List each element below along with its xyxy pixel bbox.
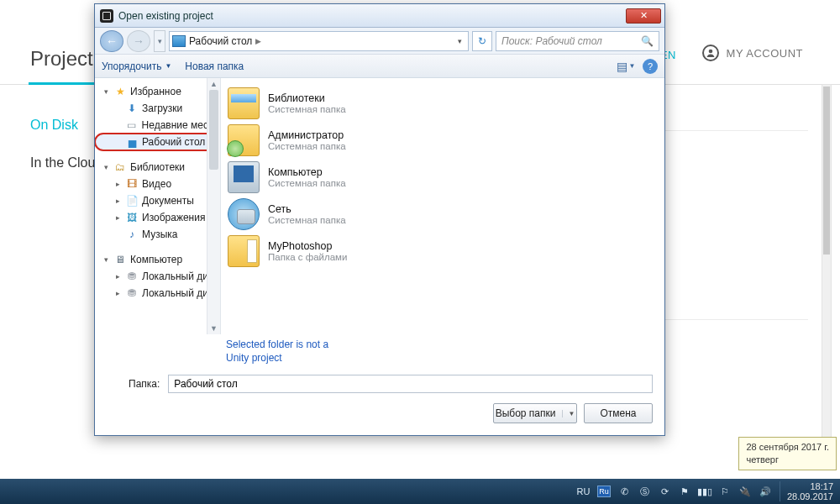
dialog-titlebar[interactable]: Open existing project ✕ — [95, 4, 664, 28]
file-name: Компьютер — [268, 166, 346, 178]
tree-images[interactable]: ▸🖼Изображения — [95, 209, 220, 226]
folder-field-row: Папка: — [95, 370, 664, 396]
tree-label: Загрузки — [142, 102, 182, 114]
file-subtitle: Папка с файлами — [268, 252, 347, 262]
cancel-button[interactable]: Отмена — [584, 403, 653, 423]
file-item-network[interactable]: СетьСистемная папка — [224, 196, 661, 233]
keyboard-layout-icon[interactable]: Ru — [597, 486, 611, 497]
search-input[interactable]: Поиск: Рабочий стол 🔍 — [496, 31, 659, 51]
scrollbar-thumb[interactable] — [209, 90, 218, 170]
dialog-title: Open existing project — [118, 10, 213, 22]
viber-tray-icon[interactable]: ✆ — [618, 486, 631, 498]
tree-libraries[interactable]: ▾🗂Библиотеки — [95, 159, 220, 176]
tab-in-cloud[interactable]: In the Clou — [30, 155, 95, 171]
clock-time: 18:17 — [787, 481, 833, 491]
path-segment[interactable]: Рабочий стол — [189, 35, 252, 47]
chevron-right-icon[interactable]: ▶ — [255, 37, 261, 45]
nav-history-dropdown[interactable]: ▾ — [154, 30, 165, 52]
tree-desktop[interactable]: ▅Рабочий стол — [95, 134, 220, 150]
volume-tray-icon[interactable]: 🔊 — [759, 486, 772, 498]
file-item-administrator[interactable]: АдминистраторСистемная папка — [224, 122, 661, 159]
file-name: Библиотеки — [268, 92, 346, 104]
dialog-toolbar: Упорядочить ▼ Новая папка ▤▼ ? — [95, 55, 664, 78]
tree-documents[interactable]: ▸📄Документы — [95, 192, 220, 209]
tab-on-disk[interactable]: On Disk — [30, 118, 78, 133]
security-tray-icon[interactable]: ⚑ — [679, 486, 691, 498]
unity-active-tab-underline — [29, 82, 96, 85]
tree-label: Видео — [142, 178, 171, 190]
scroll-down-icon[interactable]: ▼ — [207, 323, 220, 334]
validation-message: Selected folder is not a Unity project — [95, 334, 664, 370]
action-center-icon[interactable]: ⚐ — [719, 486, 732, 498]
unity-my-account[interactable]: MY ACCOUNT — [702, 45, 803, 61]
file-name: Администратор — [268, 129, 346, 141]
view-options-button[interactable]: ▤▼ — [617, 58, 634, 75]
file-subtitle: Системная папка — [268, 104, 346, 114]
dialog-body: ▾★Избранное ⬇Загрузки ▭Недавние места ▅Р… — [95, 78, 664, 334]
organize-label: Упорядочить — [102, 60, 161, 72]
chevron-down-icon: ▼ — [562, 410, 575, 417]
search-icon: 🔍 — [641, 35, 654, 47]
warning-text: Selected folder is not a — [226, 339, 328, 350]
file-item-computer[interactable]: КомпьютерСистемная папка — [224, 159, 661, 196]
network-tray-icon[interactable]: ▮▮▯ — [699, 486, 711, 498]
folder-label: Папка: — [129, 378, 160, 390]
new-folder-button[interactable]: Новая папка — [185, 60, 244, 72]
power-tray-icon[interactable]: 🔌 — [739, 486, 752, 498]
desktop-icon — [172, 35, 186, 47]
tree-label: Избранное — [130, 86, 181, 97]
file-item-libraries[interactable]: БиблиотекиСистемная папка — [224, 85, 661, 122]
help-button[interactable]: ? — [643, 59, 658, 74]
tree-label: Документы — [142, 195, 194, 207]
tree-downloads[interactable]: ⬇Загрузки — [95, 100, 220, 117]
unity-logo-icon — [100, 9, 113, 23]
tree-label: Компьютер — [130, 254, 182, 265]
refresh-button[interactable]: ↻ — [472, 31, 492, 51]
dialog-button-row: Выбор папки▼ Отмена — [95, 396, 664, 435]
button-label: Выбор папки — [496, 407, 556, 419]
tree-label: Рабочий стол — [142, 136, 205, 148]
tree-music[interactable]: ♪Музыка — [95, 226, 220, 243]
network-icon — [228, 198, 260, 230]
tooltip-line: 28 сентября 2017 г. — [746, 442, 829, 452]
my-account-label: MY ACCOUNT — [727, 47, 803, 60]
close-button[interactable]: ✕ — [626, 8, 661, 24]
scroll-up-icon[interactable]: ▲ — [207, 78, 220, 90]
file-subtitle: Системная папка — [268, 178, 346, 188]
file-subtitle: Системная папка — [268, 141, 346, 151]
clock-date: 28.09.2017 — [787, 491, 833, 501]
tree-local-disk[interactable]: ▸⛃Локальный диск — [95, 268, 220, 285]
tree-label: Изображения — [142, 212, 205, 223]
nav-back-button[interactable]: ← — [100, 30, 123, 52]
windows-taskbar[interactable]: RU Ru ✆ Ⓢ ⟳ ⚑ ▮▮▯ ⚐ 🔌 🔊 18:17 28.09.2017 — [0, 479, 840, 504]
tree-video[interactable]: ▸🎞Видео — [95, 176, 220, 192]
system-tray: RU Ru ✆ Ⓢ ⟳ ⚑ ▮▮▯ ⚐ 🔌 🔊 18:17 28.09.2017 — [577, 481, 840, 501]
computer-icon — [228, 161, 260, 193]
folder-input[interactable] — [168, 375, 653, 393]
tree-local-disk[interactable]: ▸⛃Локальный диск — [95, 285, 220, 302]
file-name: Сеть — [268, 203, 346, 215]
tree-scrollbar[interactable]: ▲ ▼ — [207, 78, 220, 334]
language-indicator[interactable]: RU — [577, 486, 590, 498]
file-name: MyPhotoshop — [268, 240, 347, 252]
tree-label: Библиотеки — [130, 161, 185, 173]
avatar-icon — [702, 45, 719, 61]
file-list: БиблиотекиСистемная папка АдминистраторС… — [221, 78, 664, 334]
tree-computer[interactable]: ▾🖥Компьютер — [95, 251, 220, 268]
update-tray-icon[interactable]: ⟳ — [659, 486, 671, 498]
address-bar[interactable]: Рабочий стол ▶ ▾ — [169, 31, 469, 51]
tree-favorites[interactable]: ▾★Избранное — [95, 83, 220, 100]
taskbar-clock[interactable]: 18:17 28.09.2017 — [780, 481, 833, 501]
search-placeholder: Поиск: Рабочий стол — [501, 35, 602, 47]
nav-forward-button[interactable]: → — [127, 30, 150, 52]
user-folder-icon — [228, 124, 260, 156]
tree-recent-places[interactable]: ▭Недавние места — [95, 117, 220, 134]
file-item-myphotoshop[interactable]: MyPhotoshopПапка с файлами — [224, 233, 661, 270]
skype-tray-icon[interactable]: Ⓢ — [638, 486, 651, 498]
unity-scrollbar[interactable] — [822, 84, 832, 470]
address-dropdown-icon[interactable]: ▾ — [454, 37, 465, 45]
scrollbar-thumb[interactable] — [823, 87, 830, 255]
select-folder-button[interactable]: Выбор папки▼ — [493, 403, 577, 423]
organize-menu[interactable]: Упорядочить ▼ — [102, 60, 171, 72]
tree-label: Музыка — [142, 228, 177, 240]
